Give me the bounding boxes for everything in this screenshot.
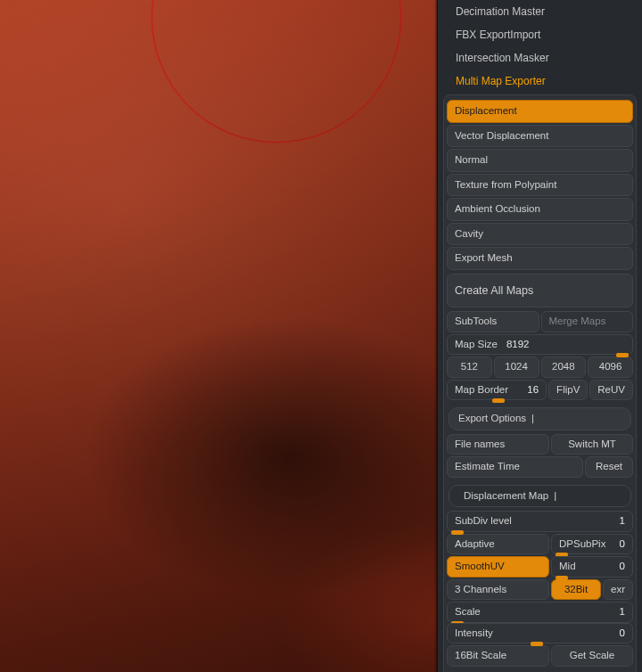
map-border-value: 16 — [527, 385, 539, 396]
intensity-label: Intensity — [455, 628, 493, 639]
plugin-list: Decimation Master FBX ExportImport Inter… — [438, 0, 642, 93]
tab-displacement[interactable]: Displacement — [447, 100, 633, 123]
displacement-map-label: Displacement Map — [464, 491, 548, 502]
chevron-icon: | — [554, 491, 556, 502]
map-size-slider[interactable]: Map Size 8192 — [447, 334, 633, 356]
reset-button[interactable]: Reset — [585, 456, 633, 478]
subtools-button[interactable]: SubTools — [447, 311, 539, 332]
size-512[interactable]: 512 — [447, 356, 492, 378]
map-size-value: 8192 — [503, 340, 625, 350]
tab-vector-displacement[interactable]: Vector Displacement — [447, 125, 633, 148]
adaptive-toggle[interactable]: Adaptive — [447, 534, 549, 555]
smoothuv-toggle[interactable]: SmoothUV — [447, 556, 549, 578]
tab-normal[interactable]: Normal — [447, 149, 633, 172]
scale-slider[interactable]: Scale 1 — [447, 602, 633, 623]
flipv-button[interactable]: FlipV — [548, 380, 588, 401]
tab-export-mesh[interactable]: Export Mesh — [447, 247, 633, 270]
mid-label: Mid — [559, 561, 576, 572]
tab-ambient-occlusion[interactable]: Ambient Occlusion — [447, 198, 633, 221]
export-options-label: Export Options — [458, 414, 526, 424]
subdiv-level-slider[interactable]: SubDiv level 1 — [447, 511, 633, 532]
brush-cursor — [152, 0, 401, 143]
tab-texture-from-polypaint[interactable]: Texture from Polypaint — [447, 174, 633, 197]
32bit-toggle[interactable]: 32Bit — [551, 579, 601, 601]
tab-cavity[interactable]: Cavity — [447, 223, 633, 246]
intensity-value: 0 — [620, 628, 625, 639]
three-channels-toggle[interactable]: 3 Channels — [447, 579, 549, 601]
16bit-scale-button[interactable]: 16Bit Scale — [447, 645, 549, 667]
switch-mt-button[interactable]: Switch MT — [551, 434, 633, 455]
create-all-maps-button[interactable]: Create All Maps — [447, 274, 633, 308]
size-4096[interactable]: 4096 — [588, 356, 633, 378]
mid-value: 0 — [620, 561, 625, 572]
export-options-header[interactable]: Export Options | — [449, 407, 631, 430]
scale-label: Scale — [455, 607, 481, 618]
zplugin-sidebar: Decimation Master FBX ExportImport Inter… — [437, 0, 642, 672]
size-1024[interactable]: 1024 — [494, 356, 539, 378]
subdiv-label: SubDiv level — [455, 516, 512, 527]
exr-button[interactable]: exr — [603, 579, 633, 601]
dpsubpix-slider[interactable]: DPSubPix 0 — [551, 534, 633, 555]
file-names-button[interactable]: File names — [447, 434, 549, 455]
map-border-label: Map Border — [455, 385, 508, 396]
intensity-slider[interactable]: Intensity 0 — [447, 623, 633, 644]
multi-map-exporter-panel: Displacement Vector Displacement Normal … — [443, 94, 637, 672]
size-2048[interactable]: 2048 — [541, 356, 587, 378]
map-border-slider[interactable]: Map Border 16 — [447, 380, 547, 401]
plugin-fbx-exportimport[interactable]: FBX ExportImport — [445, 23, 635, 46]
map-size-presets: 512 1024 2048 4096 — [447, 356, 633, 378]
mid-slider[interactable]: Mid 0 — [551, 556, 633, 578]
plugin-intersection-masker[interactable]: Intersection Masker — [445, 46, 635, 70]
map-size-label: Map Size — [455, 340, 498, 350]
estimate-time-button[interactable]: Estimate Time — [447, 456, 583, 478]
reuv-button[interactable]: ReUV — [589, 380, 633, 401]
merge-maps-button[interactable]: Merge Maps — [541, 311, 634, 332]
get-scale-button[interactable]: Get Scale — [551, 645, 633, 667]
plugin-multi-map-exporter[interactable]: Multi Map Exporter — [445, 70, 635, 93]
dpsubpix-label: DPSubPix — [559, 539, 605, 550]
subdiv-value: 1 — [620, 516, 625, 527]
scale-value: 1 — [620, 607, 625, 618]
plugin-decimation-master[interactable]: Decimation Master — [445, 0, 635, 23]
dpsubpix-value: 0 — [620, 539, 625, 550]
displacement-map-header[interactable]: Displacement Map | — [449, 485, 631, 508]
chevron-icon: | — [531, 414, 534, 424]
